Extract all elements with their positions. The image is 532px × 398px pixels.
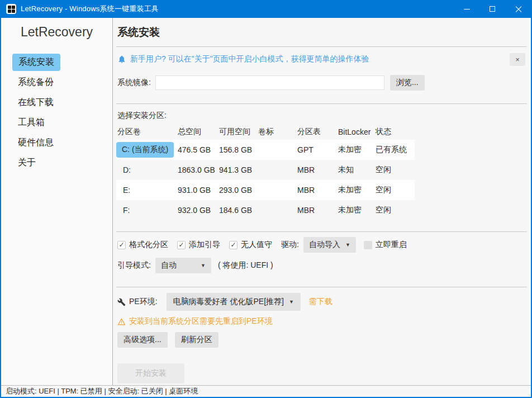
close-icon — [515, 6, 521, 12]
start-install-button[interactable]: 开始安装 — [117, 363, 184, 383]
table-row-e[interactable]: E: 931.0 GB 293.0 GB MBR 未加密 空闲 — [116, 180, 415, 200]
install-options-row: ✓ 格式化分区 ✓ 添加引导 ✓ 无人值守 驱动: 自动导入 ▼ — [117, 237, 526, 253]
chevron-down-icon: ▼ — [201, 263, 206, 268]
status-bar: 启动模式: UEFI | TPM: 已禁用 | 安全启动: 已关闭 | 桌面环境 — [1, 385, 531, 397]
driver-dropdown[interactable]: 自动导入 ▼ — [303, 237, 356, 253]
notice-text: 新手用户? 可以在"关于"页面中开启小白模式，获得更简单的操作体验 — [130, 54, 369, 64]
add-boot-checkbox[interactable]: ✓ 添加引导 — [177, 240, 220, 250]
partition-table-header: 分区卷 总空间 可用空间 卷标 分区表 BitLocker 状态 — [116, 124, 415, 140]
status-text: 启动模式: UEFI | TPM: 已禁用 | 安全启动: 已关闭 | 桌面环境 — [6, 386, 198, 396]
checkbox-checked-icon: ✓ — [117, 241, 126, 249]
system-image-row: 系统镜像: 浏览... — [117, 75, 526, 91]
pe-environment-row: PE环境: 电脑病毒爱好者 优化版PE[推荐] ▼ 需下载 — [117, 293, 526, 311]
table-row-f[interactable]: F: 932.0 GB 184.6 GB MBR 未加密 空闲 — [116, 200, 415, 220]
table-row-c[interactable]: C: (当前系统) 476.5 GB 156.8 GB GPT 未加密 已有系统 — [116, 140, 415, 160]
titlebar: LetRecovery - Windows系统一键重装工具 — [1, 0, 531, 18]
format-partition-checkbox[interactable]: ✓ 格式化分区 — [117, 240, 168, 250]
unattended-checkbox[interactable]: ✓ 无人值守 — [229, 240, 272, 250]
divider — [116, 287, 526, 287]
window-title: LetRecovery - Windows系统一键重装工具 — [21, 4, 454, 14]
column-header: 分区表 — [297, 127, 338, 137]
system-image-label: 系统镜像: — [117, 78, 151, 88]
divider — [116, 231, 526, 232]
divider — [116, 46, 526, 47]
sidebar-item-system-install[interactable]: 系统安装 — [1, 52, 112, 72]
boot-mode-dropdown[interactable]: 自动 ▼ — [155, 258, 211, 273]
partition-table: 分区卷 总空间 可用空间 卷标 分区表 BitLocker 状态 C: (当前系… — [116, 124, 415, 220]
driver-label: 驱动: — [281, 240, 299, 250]
minimize-button[interactable] — [454, 0, 479, 18]
column-header: 可用空间 — [219, 127, 258, 137]
checkbox-checked-icon: ✓ — [229, 241, 238, 249]
boot-mode-label: 引导模式: — [117, 260, 151, 271]
column-header: 卷标 — [258, 127, 297, 137]
sidebar-item-hardware-info[interactable]: 硬件信息 — [1, 132, 112, 153]
boot-mode-hint: ( 将使用: UEFI ) — [218, 260, 273, 271]
pe-dropdown[interactable]: 电脑病毒爱好者 优化版PE[推荐] ▼ — [167, 293, 301, 311]
advanced-options-button[interactable]: 高级选项... — [117, 332, 168, 348]
sidebar-item-about[interactable]: 关于 — [1, 153, 112, 173]
page-title: 系统安装 — [117, 25, 526, 40]
divider — [116, 103, 526, 104]
column-header: 分区卷 — [116, 127, 178, 137]
column-header: BitLocker — [338, 127, 376, 136]
table-row-d[interactable]: D: 1863.0 GB 941.3 GB MBR 未知 空闲 — [116, 160, 415, 180]
sidebar-item-toolbox[interactable]: 工具箱 — [1, 112, 112, 132]
notice-close-button[interactable]: × — [510, 53, 525, 66]
action-buttons-row: 高级选项... 刷新分区 — [117, 332, 526, 348]
window-controls — [454, 0, 531, 18]
sidebar: LetRecovery 系统安装 系统备份 在线下载 工具箱 硬件信息 关于 — [1, 18, 113, 385]
main-content: 系统安装 新手用户? 可以在"关于"页面中开启小白模式，获得更简单的操作体验 ×… — [113, 18, 531, 385]
chevron-down-icon: ▼ — [345, 242, 350, 248]
warning-icon — [117, 318, 126, 326]
checkbox-unchecked-icon — [364, 241, 372, 249]
brand-logo: LetRecovery — [1, 18, 112, 52]
pe-label: PE环境: — [129, 297, 158, 307]
warning-text: 安装到当前系统分区需要先重启到PE环境 — [129, 316, 273, 326]
boot-mode-row: 引导模式: 自动 ▼ ( 将使用: UEFI ) — [117, 258, 526, 273]
app-window: LetRecovery - Windows系统一键重装工具 LetRecover… — [0, 0, 532, 398]
column-header: 总空间 — [178, 127, 219, 137]
checkbox-checked-icon: ✓ — [177, 241, 186, 249]
browse-button[interactable]: 浏览... — [390, 75, 425, 91]
sidebar-item-system-backup[interactable]: 系统备份 — [1, 72, 112, 92]
bell-icon — [117, 55, 126, 64]
selected-volume: C: (当前系统) — [116, 142, 174, 158]
sidebar-item-online-download[interactable]: 在线下载 — [1, 92, 112, 112]
wrench-icon — [117, 298, 126, 306]
reboot-now-checkbox[interactable]: 立即重启 — [364, 240, 407, 250]
refresh-partitions-button[interactable]: 刷新分区 — [175, 332, 218, 348]
maximize-button[interactable] — [479, 0, 505, 18]
chevron-down-icon: ▼ — [289, 299, 294, 305]
maximize-icon — [490, 6, 495, 12]
partition-section-label: 选择安装分区: — [117, 111, 526, 121]
column-header: 状态 — [376, 127, 415, 137]
minimize-icon — [464, 9, 470, 10]
notice-banner: 新手用户? 可以在"关于"页面中开启小白模式，获得更简单的操作体验 × — [117, 53, 525, 66]
app-icon — [6, 4, 16, 14]
system-image-input[interactable] — [155, 75, 384, 90]
download-required-badge: 需下载 — [309, 297, 332, 307]
close-button[interactable] — [505, 0, 531, 18]
pe-warning-row: 安装到当前系统分区需要先重启到PE环境 — [117, 316, 526, 326]
sidebar-nav: 系统安装 系统备份 在线下载 工具箱 硬件信息 关于 — [1, 52, 112, 173]
